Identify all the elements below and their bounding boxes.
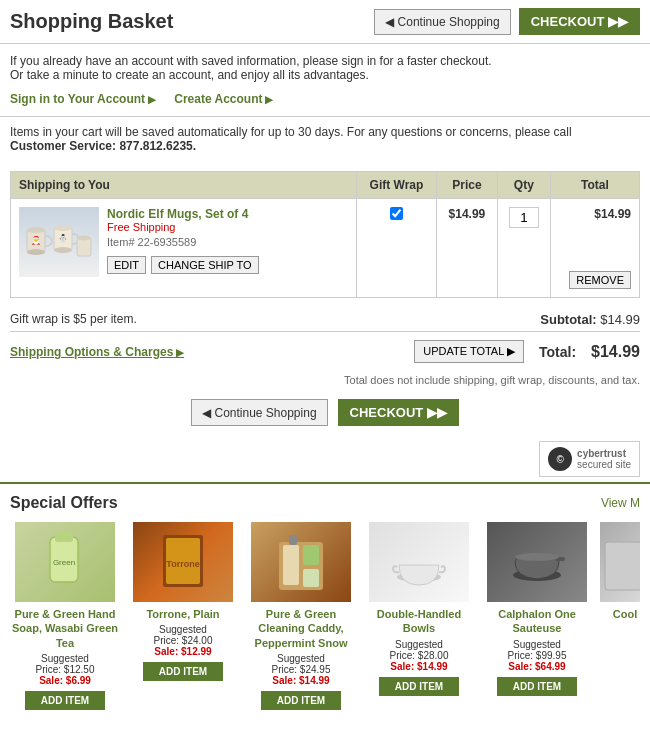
giftwrap-header: Gift Wrap (356, 172, 436, 199)
giftwrap-note-text: Gift wrap is $5 per item. (10, 312, 137, 327)
svg-rect-25 (605, 542, 640, 590)
total-amount: $14.99 (591, 343, 640, 361)
account-info-line2: Or take a minute to create an account, a… (10, 68, 640, 82)
giftwrap-cell (356, 199, 436, 298)
svg-point-24 (515, 553, 559, 561)
offer-suggested-2: Suggested (246, 653, 356, 664)
free-shipping-label: Free Shipping (107, 221, 259, 233)
total-remove-cell: $14.99 REMOVE (550, 199, 639, 298)
subtotal-label: Subtotal: (540, 312, 596, 327)
offer-image-cool (600, 522, 640, 602)
list-item: Cool (600, 522, 640, 710)
offer-sale-4: Sale: $64.99 (482, 661, 592, 672)
offer-name-0: Pure & Green Hand Soap, Wasabi Green Tea (10, 607, 120, 650)
offer-name-5: Cool (600, 607, 640, 621)
svg-text:🎅: 🎅 (31, 235, 41, 245)
offers-header: Special Offers View M (10, 494, 640, 512)
svg-rect-11 (55, 532, 73, 542)
add-item-button-4[interactable]: ADD ITEM (497, 677, 577, 696)
signin-link[interactable]: Sign in to Your Account (10, 92, 156, 106)
add-item-button-2[interactable]: ADD ITEM (261, 691, 341, 710)
product-name: Nordic Elf Mugs, Set of 4 (107, 207, 259, 221)
subtotal-value: $14.99 (600, 312, 640, 327)
cybertrust-sub: secured site (577, 459, 631, 470)
add-item-button-3[interactable]: ADD ITEM (379, 677, 459, 696)
list-item: Pure & Green Cleaning Caddy, Peppermint … (246, 522, 356, 710)
total-section: UPDATE TOTAL Total: $14.99 (414, 340, 640, 363)
change-ship-button[interactable]: CHANGE SHIP TO (151, 256, 259, 274)
update-total-button[interactable]: UPDATE TOTAL (414, 340, 524, 363)
product-details: Nordic Elf Mugs, Set of 4 Free Shipping … (99, 207, 259, 274)
add-item-button-0[interactable]: ADD ITEM (25, 691, 105, 710)
svg-point-9 (77, 235, 91, 240)
offer-sale-1: Sale: $12.99 (128, 646, 238, 657)
shipping-total-row: Shipping Options & Charges UPDATE TOTAL … (10, 331, 640, 371)
cybertrust-logo-icon: © (548, 447, 572, 471)
subtotal-section: Subtotal: $14.99 (540, 312, 640, 327)
giftwrap-note-row: Gift wrap is $5 per item. Subtotal: $14.… (0, 308, 650, 331)
view-more-link[interactable]: View M (601, 496, 640, 510)
offer-price-3: Price: $28.00 (364, 650, 474, 661)
list-item: Green Pure & Green Hand Soap, Wasabi Gre… (10, 522, 120, 710)
item-number: Item# 22-6935589 (107, 236, 259, 248)
account-info-line1: If you already have an account with save… (10, 54, 640, 68)
offer-suggested-0: Suggested (10, 653, 120, 664)
cart-table: Shipping to You Gift Wrap Price Qty Tota… (10, 171, 640, 298)
offer-name-1: Torrone, Plain (128, 607, 238, 621)
qty-input[interactable] (509, 207, 539, 228)
price-header: Price (437, 172, 498, 199)
table-row: 🎅 ⛄ Nordic Elf Mug (11, 199, 640, 298)
svg-point-6 (54, 247, 72, 253)
cart-table-header: Shipping to You Gift Wrap Price Qty Tota… (11, 172, 640, 199)
offer-image-bowls (369, 522, 469, 602)
create-account-link[interactable]: Create Account (174, 92, 273, 106)
svg-rect-20 (289, 535, 297, 545)
account-info-section: If you already have an account with save… (0, 44, 650, 87)
bottom-actions: Continue Shopping CHECKOUT (0, 389, 650, 436)
offers-grid: Green Pure & Green Hand Soap, Wasabi Gre… (10, 522, 640, 710)
checkout-button-bottom[interactable]: CHECKOUT (338, 399, 459, 426)
cart-info-note: Items in your cart will be saved automat… (0, 116, 650, 161)
offer-name-4: Calphalon One Sauteuse (482, 607, 592, 636)
total-label: Total: (539, 344, 576, 360)
page-header: Shopping Basket Continue Shopping CHECKO… (0, 0, 650, 44)
offer-sale-0: Sale: $6.99 (10, 675, 120, 686)
page-title: Shopping Basket (10, 10, 173, 33)
offer-image-soap: Green (15, 522, 115, 602)
product-cell-inner: 🎅 ⛄ Nordic Elf Mug (19, 207, 348, 277)
continue-shopping-button-bottom[interactable]: Continue Shopping (191, 399, 327, 426)
list-item: Double-Handled Bowls Suggested Price: $2… (364, 522, 474, 710)
list-item: Torrone Torrone, Plain Suggested Price: … (128, 522, 238, 710)
product-cell: 🎅 ⛄ Nordic Elf Mug (11, 199, 357, 298)
svg-rect-18 (303, 545, 319, 565)
list-item: Calphalon One Sauteuse Suggested Price: … (482, 522, 592, 710)
remove-button[interactable]: REMOVE (569, 271, 631, 289)
shipping-header: Shipping to You (11, 172, 357, 199)
svg-text:Green: Green (53, 558, 75, 567)
offer-price-0: Price: $12.50 (10, 664, 120, 675)
shipping-options-link[interactable]: Shipping Options & Charges (10, 345, 184, 359)
account-links: Sign in to Your Account Create Account (0, 87, 650, 111)
svg-rect-17 (283, 545, 299, 585)
svg-rect-19 (303, 569, 319, 587)
offer-price-4: Price: $99.95 (482, 650, 592, 661)
price-cell: $14.99 (437, 199, 498, 298)
offer-sale-2: Sale: $14.99 (246, 675, 356, 686)
offer-name-3: Double-Handled Bowls (364, 607, 474, 636)
edit-button[interactable]: EDIT (107, 256, 146, 274)
offer-suggested-1: Suggested (128, 624, 238, 635)
offer-price-2: Price: $24.95 (246, 664, 356, 675)
svg-point-1 (27, 227, 45, 233)
checkout-button-top[interactable]: CHECKOUT (519, 8, 640, 35)
giftwrap-checkbox[interactable] (390, 207, 403, 220)
header-actions: Continue Shopping CHECKOUT (374, 8, 640, 35)
svg-point-2 (27, 249, 45, 255)
security-badge-section: © cybertrust secured site (0, 436, 650, 482)
add-item-button-1[interactable]: ADD ITEM (143, 662, 223, 681)
cybertrust-text: cybertrust secured site (577, 448, 631, 470)
offers-title: Special Offers (10, 494, 118, 512)
svg-rect-8 (77, 238, 91, 256)
qty-cell (497, 199, 550, 298)
offer-image-caddy (251, 522, 351, 602)
continue-shopping-button-top[interactable]: Continue Shopping (374, 9, 510, 35)
